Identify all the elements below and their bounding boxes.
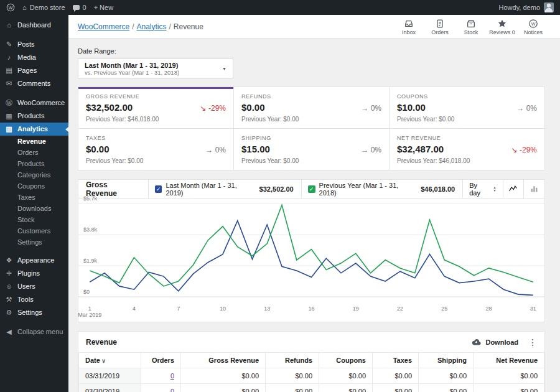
sidebar-item-dashboard[interactable]: ⌂Dashboard — [0, 19, 68, 32]
sidebar-item-label: WooCommerce — [17, 99, 65, 107]
date-range-select[interactable]: Last Month (Mar 1 - 31, 2019) vs. Previo… — [78, 58, 233, 79]
x-axis-label: 10 — [220, 306, 226, 312]
kebab-menu-icon[interactable]: ⋮ — [518, 337, 537, 347]
notices-w-icon: W — [528, 19, 538, 29]
revenue-table: Date ∨OrdersGross RevenueRefundsCouponsT… — [78, 352, 544, 392]
orders-link[interactable]: 0 — [170, 372, 174, 380]
sidebar-item-label: Comments — [17, 80, 50, 88]
submenu-item-categories[interactable]: Categories — [0, 169, 68, 180]
submenu-item-orders[interactable]: Orders — [0, 147, 68, 158]
bar-chart-toggle[interactable] — [523, 180, 544, 198]
summary-tile-gross-revenue[interactable]: Gross Revenue$32,502.00↘ -29%Previous Ye… — [78, 87, 233, 128]
column-header-coupons[interactable]: Coupons — [319, 353, 373, 368]
sidebar-item-media[interactable]: ♪Media — [0, 51, 68, 64]
y-axis-label: $1.9k — [83, 258, 97, 264]
activity-notices[interactable]: W Notices — [518, 17, 549, 35]
breadcrumb-separator: / — [132, 22, 134, 31]
settings-icon: ⚙ — [5, 309, 13, 317]
howdy-menu[interactable]: Howdy, demo — [499, 4, 540, 11]
wordpress-logo-icon[interactable]: W — [6, 3, 15, 12]
y-axis-label: $3.8k — [83, 226, 97, 233]
sidebar-item-label: Users — [17, 282, 35, 291]
column-header-net-revenue[interactable]: Net Revenue — [474, 353, 544, 368]
svg-text:W: W — [531, 22, 536, 27]
download-button[interactable]: Download — [471, 338, 518, 346]
plugins-icon: ✛ — [5, 269, 13, 278]
submenu-item-downloads[interactable]: Downloads — [0, 203, 68, 214]
column-header-shipping[interactable]: Shipping — [419, 353, 474, 368]
sidebar-item-plugins[interactable]: ✛Plugins — [0, 267, 68, 280]
site-menu[interactable]: ⌂ Demo store — [22, 4, 65, 11]
summary-tile-taxes[interactable]: Taxes$0.00→ 0%Previous Year: $0.00 — [78, 129, 233, 170]
x-axis-label: 1Mar 2019 — [78, 306, 101, 318]
submenu-item-coupons[interactable]: Coupons — [0, 180, 68, 192]
summary-tile-shipping[interactable]: Shipping$15.00→ 0%Previous Year: $0.00 — [234, 129, 389, 170]
sidebar-item-label: Products — [17, 112, 44, 120]
column-header-refunds[interactable]: Refunds — [266, 353, 319, 368]
legend-last-month[interactable]: ✓ Last Month (Mar 1 - 31, 2019) $32,502.… — [148, 180, 301, 198]
comment-bubble-icon — [73, 5, 80, 10]
submenu-item-customers[interactable]: Customers — [0, 225, 68, 236]
column-header-gross-revenue[interactable]: Gross Revenue — [181, 353, 266, 368]
summary-tile-net-revenue[interactable]: Net Revenue$32,487.00↘ -29%Previous Year… — [390, 129, 544, 170]
legend-previous-year[interactable]: ✓ Previous Year (Mar 1 - 31, 2018) $46,0… — [301, 180, 463, 198]
activity-stock[interactable]: Stock — [455, 17, 487, 35]
orders-link[interactable]: 0 — [170, 388, 174, 392]
sidebar-item-analytics[interactable]: ▥Analytics — [0, 123, 68, 136]
collapse-menu-button[interactable]: ◀ Collapse menu — [0, 325, 68, 338]
sidebar-item-tools[interactable]: ⚒Tools — [0, 293, 68, 306]
breadcrumb-woocommerce-link[interactable]: WooCommerce — [78, 22, 129, 31]
sidebar-item-label: Plugins — [17, 269, 40, 278]
sidebar-item-appearance[interactable]: ❖Appearance — [0, 254, 68, 267]
download-label: Download — [485, 338, 518, 346]
column-header-date[interactable]: Date ∨ — [79, 353, 141, 368]
media-icon: ♪ — [5, 54, 13, 62]
tile-value: $10.00 — [397, 102, 426, 113]
column-header-orders[interactable]: Orders — [141, 353, 181, 368]
sidebar-item-pages[interactable]: ▤Pages — [0, 64, 68, 77]
summary-tile-coupons[interactable]: Coupons$10.00→ 0%Previous Year: $0.00 — [390, 87, 544, 128]
admin-comments[interactable]: 0 — [73, 4, 86, 11]
sidebar-item-products[interactable]: ▦Products — [0, 110, 68, 123]
activity-label: Reviews 0 — [489, 29, 515, 35]
tile-value: $15.00 — [241, 144, 270, 154]
breadcrumb-current: Revenue — [174, 22, 203, 31]
sidebar-item-settings[interactable]: ⚙Settings — [0, 306, 68, 319]
sidebar-item-comments[interactable]: ✉Comments — [0, 77, 68, 90]
submenu-item-taxes[interactable]: Taxes — [0, 192, 68, 203]
column-label: Orders — [152, 357, 174, 364]
date-range-secondary: vs. Previous Year (Mar 1 - 31, 2018) — [85, 69, 179, 76]
line-chart-icon — [508, 184, 518, 194]
interval-select[interactable]: By day ▲▼ — [462, 180, 502, 198]
sidebar-item-woocommerce[interactable]: ⓌWooCommerce — [0, 96, 68, 110]
avatar[interactable] — [544, 2, 554, 12]
column-header-taxes[interactable]: Taxes — [373, 353, 419, 368]
analytics-submenu: RevenueOrdersProductsCategoriesCouponsTa… — [0, 136, 68, 248]
summary-tile-refunds[interactable]: Refunds$0.00→ 0%Previous Year: $0.00 — [234, 87, 389, 128]
x-axis-label: 22 — [397, 306, 403, 312]
activity-inbox[interactable]: Inbox — [393, 17, 424, 35]
tile-previous-value: Previous Year: $46,018.00 — [86, 116, 226, 123]
sidebar-item-users[interactable]: ☺Users — [0, 280, 68, 293]
trend-down-icon: ↘ -29% — [200, 104, 226, 113]
tile-label: Taxes — [86, 135, 226, 141]
submenu-item-settings[interactable]: Settings — [0, 236, 68, 248]
sidebar-item-label: Appearance — [17, 256, 54, 264]
revenue-chart[interactable]: $5.7k$3.8k$1.9k$0 1Mar 20194710131619222… — [78, 198, 544, 322]
breadcrumb-separator: / — [169, 22, 171, 31]
table-cell: 03/30/2019 — [79, 384, 141, 392]
sidebar-item-posts[interactable]: ✎Posts — [0, 38, 68, 51]
x-axis-label: 13 — [264, 306, 270, 312]
new-content-button[interactable]: + New — [94, 4, 114, 11]
submenu-item-stock[interactable]: Stock — [0, 214, 68, 225]
home-icon: ⌂ — [22, 4, 27, 11]
tile-value: $32,487.00 — [397, 144, 444, 154]
breadcrumb-analytics-link[interactable]: Analytics — [136, 22, 166, 31]
activity-orders[interactable]: Orders — [424, 17, 455, 35]
chart-header: Gross Revenue ✓ Last Month (Mar 1 - 31, … — [78, 180, 544, 198]
submenu-item-products[interactable]: Products — [0, 158, 68, 169]
line-chart-toggle[interactable] — [503, 180, 524, 198]
spinner-arrows-icon: ▲▼ — [493, 186, 497, 192]
activity-reviews[interactable]: Reviews 0 — [487, 17, 518, 35]
submenu-item-revenue[interactable]: Revenue — [0, 136, 68, 147]
